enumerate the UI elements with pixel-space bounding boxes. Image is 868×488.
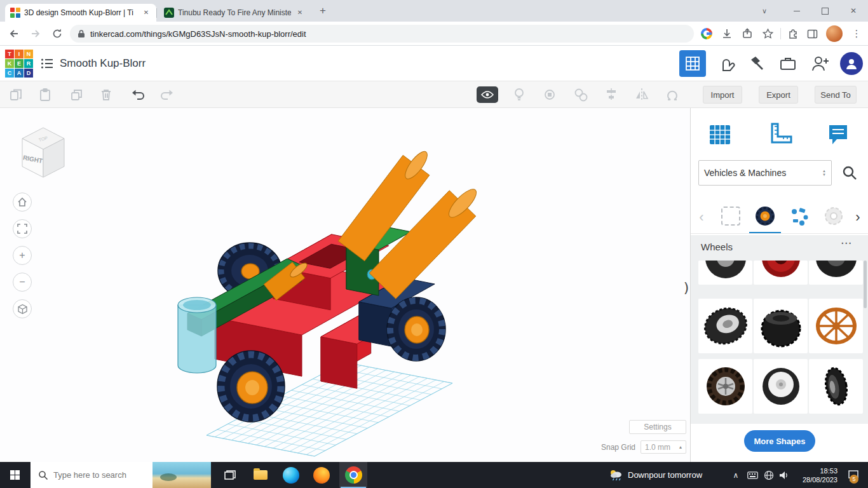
touch-keyboard-icon[interactable] xyxy=(745,462,760,488)
import-button[interactable]: Import xyxy=(703,86,742,104)
bing-daily-image[interactable] xyxy=(153,462,211,488)
carousel-item-gears[interactable] xyxy=(818,200,850,232)
design-title[interactable]: Smooth Kup-Blorr xyxy=(60,46,146,81)
undo-icon[interactable] xyxy=(130,86,146,103)
carousel-item-parts[interactable] xyxy=(783,200,815,232)
section-menu-icon[interactable]: ⋯ xyxy=(841,236,851,250)
carousel-item-select[interactable] xyxy=(715,200,747,232)
3d-viewport[interactable]: TOP RIGHT + − Settings Snap Grid 1.0 mm … xyxy=(0,108,690,462)
taskbar-search-box[interactable]: Type here to search xyxy=(31,462,211,488)
taskbar-weather[interactable]: Downpour tomorrow xyxy=(609,462,723,488)
briefcase-icon[interactable] xyxy=(776,52,799,75)
action-center-button[interactable]: 5 xyxy=(843,462,864,488)
lock-omega-icon[interactable] xyxy=(664,86,681,103)
carousel-left-icon[interactable]: ‹ xyxy=(695,208,709,226)
shape-search-button[interactable] xyxy=(836,160,864,186)
task-view-button[interactable] xyxy=(216,462,244,488)
ungroup-icon[interactable] xyxy=(573,86,589,103)
snap-grid-dropdown[interactable]: 1.0 mm ▴ xyxy=(641,440,686,454)
home-view-button[interactable] xyxy=(13,193,32,212)
settings-button[interactable]: Settings xyxy=(629,420,686,434)
reload-button[interactable] xyxy=(48,25,66,43)
new-tab-button[interactable]: + xyxy=(315,3,330,18)
tab-news[interactable]: Tinubu Ready To Fire Any Ministe ✕ xyxy=(159,4,310,22)
model-cyan-cylinder[interactable] xyxy=(178,297,216,373)
file-explorer-button[interactable] xyxy=(247,462,275,488)
model-right-wheel[interactable] xyxy=(387,297,445,361)
mirror-flip-icon[interactable] xyxy=(634,86,650,103)
fit-view-button[interactable] xyxy=(13,219,32,238)
firefox-icon xyxy=(313,467,330,484)
export-button[interactable]: Export xyxy=(759,86,798,104)
tray-expand-caret[interactable]: ∧ xyxy=(728,462,743,488)
chrome-button[interactable] xyxy=(339,462,367,488)
window-close-button[interactable]: ✕ xyxy=(839,0,868,22)
tools-hammer-icon[interactable] xyxy=(746,52,769,75)
notes-tool-icon[interactable] xyxy=(819,117,857,152)
network-globe-icon[interactable] xyxy=(761,462,776,488)
design-list-icon[interactable] xyxy=(36,52,58,75)
shape-thumb-black-tire[interactable] xyxy=(754,299,808,353)
forward-button[interactable] xyxy=(27,25,44,43)
duplicate-icon[interactable] xyxy=(69,86,85,103)
back-button[interactable] xyxy=(5,25,23,43)
window-maximize-button[interactable] xyxy=(811,0,839,22)
model-front-left-wheel[interactable] xyxy=(217,351,285,422)
shape-thumb-tire-rim[interactable] xyxy=(698,299,752,353)
window-minimize-button[interactable] xyxy=(783,0,811,22)
zoom-in-button[interactable]: + xyxy=(13,246,32,265)
carousel-item-wheels[interactable] xyxy=(749,200,781,232)
tab-tinkercad[interactable]: 3D design Smooth Kup-Blorr | Ti ✕ xyxy=(5,4,156,22)
tab-search-caret[interactable]: ∨ xyxy=(754,0,775,22)
delete-trash-icon[interactable] xyxy=(98,86,114,103)
google-icon[interactable] xyxy=(699,26,714,41)
copy-icon[interactable] xyxy=(8,86,24,103)
close-tab-icon[interactable]: ✕ xyxy=(295,8,305,18)
download-icon[interactable] xyxy=(719,26,735,41)
shape-thumb-whitewall-wheel[interactable] xyxy=(754,359,808,414)
view-cube[interactable]: TOP RIGHT xyxy=(14,119,72,182)
shape-thumb-partial[interactable] xyxy=(754,261,808,285)
perspective-toggle-button[interactable] xyxy=(13,299,32,318)
inspect-eye-button[interactable] xyxy=(477,86,498,103)
browser-menu-icon[interactable]: ⋮ xyxy=(849,26,864,41)
tinkercad-logo[interactable]: TIN KER CAD xyxy=(5,50,33,78)
browser-profile-avatar[interactable] xyxy=(826,25,843,42)
send-to-button[interactable]: Send To xyxy=(815,86,857,104)
panel-scrollbar[interactable] xyxy=(864,261,867,308)
edge-button[interactable] xyxy=(277,462,305,488)
shape-thumb-brown-wheel[interactable] xyxy=(698,359,752,414)
carousel-right-icon[interactable]: › xyxy=(851,208,865,226)
search-icon xyxy=(38,470,48,480)
paste-icon[interactable] xyxy=(37,86,53,103)
shape-category-select[interactable]: Vehicles & Machines ▲▼ xyxy=(698,160,832,186)
shape-thumb-partial[interactable] xyxy=(809,261,863,285)
firefox-button[interactable] xyxy=(308,462,336,488)
redo-icon[interactable] xyxy=(159,86,175,103)
side-panel-icon[interactable] xyxy=(804,26,820,41)
blocks-view-button[interactable] xyxy=(679,50,706,77)
close-tab-icon[interactable]: ✕ xyxy=(141,8,151,18)
shape-thumb-partial[interactable] xyxy=(698,261,752,285)
panel-collapse-handle[interactable]: ) xyxy=(681,274,690,300)
glove-sim-icon[interactable] xyxy=(715,52,738,75)
share-icon[interactable] xyxy=(740,26,755,41)
shape-grid-scroll-area[interactable]: Wheels ⋯ xyxy=(691,235,868,424)
taskbar-clock[interactable]: 18:53 28/08/2023 xyxy=(793,462,840,488)
shape-thumb-thin-tire[interactable] xyxy=(809,359,863,414)
show-all-bulb-icon[interactable] xyxy=(511,86,527,103)
group-icon[interactable] xyxy=(541,86,558,103)
zoom-out-button[interactable]: − xyxy=(13,273,32,292)
start-button[interactable] xyxy=(0,462,29,488)
extensions-puzzle-icon[interactable] xyxy=(785,26,801,41)
volume-icon[interactable] xyxy=(776,462,792,488)
bookmark-star-icon[interactable] xyxy=(760,26,775,41)
ruler-tool-icon[interactable] xyxy=(762,117,800,152)
url-field[interactable]: tinkercad.com/things/kGMgD63SJsN-smooth-… xyxy=(70,25,694,43)
shape-thumb-wagon-wheel[interactable] xyxy=(809,299,863,353)
workplane-tool-icon[interactable] xyxy=(701,117,739,152)
more-shapes-button[interactable]: More Shapes xyxy=(744,430,815,452)
add-person-icon[interactable] xyxy=(808,52,831,75)
align-icon[interactable] xyxy=(603,86,620,103)
tinkercad-avatar[interactable] xyxy=(840,52,863,75)
